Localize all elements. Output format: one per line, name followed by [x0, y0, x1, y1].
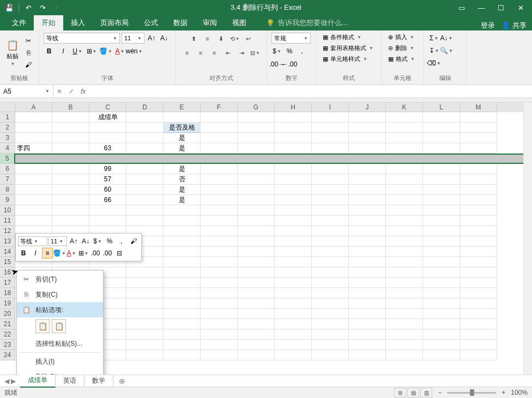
cell-I13[interactable] — [312, 236, 349, 247]
fill-color-icon[interactable]: 🪣▼ — [100, 46, 111, 57]
row-header-15[interactable]: 15 — [0, 257, 15, 267]
cell-L20[interactable] — [423, 309, 460, 319]
cell-J11[interactable] — [349, 216, 386, 226]
cell-L18[interactable] — [423, 288, 460, 298]
cell-A6[interactable] — [15, 164, 52, 174]
cell-K10[interactable] — [386, 205, 423, 216]
cell-E9[interactable]: 是 — [164, 195, 201, 205]
cell-A9[interactable] — [15, 195, 52, 205]
cell-M17[interactable] — [460, 278, 497, 288]
mini-merge-icon[interactable]: ⊟ — [114, 248, 125, 259]
orientation-icon[interactable]: ⟲▼ — [229, 33, 241, 45]
cell-I17[interactable] — [312, 278, 349, 288]
cell-C11[interactable] — [89, 216, 126, 226]
select-all-button[interactable] — [0, 102, 15, 112]
cell-B10[interactable] — [52, 205, 89, 216]
cell-I19[interactable] — [312, 298, 349, 309]
view-layout-icon[interactable]: ▤ — [407, 388, 419, 397]
cell-H24[interactable] — [275, 350, 312, 360]
cell-H20[interactable] — [275, 309, 312, 319]
cell-G9[interactable] — [238, 195, 275, 205]
cell-I24[interactable] — [312, 350, 349, 360]
cell-J6[interactable] — [349, 164, 386, 174]
font-size-select[interactable]: 11▼ — [122, 33, 144, 44]
cell-L15[interactable] — [423, 257, 460, 267]
paste-button[interactable]: 📋 粘贴 ▼ — [4, 38, 21, 68]
cell-G11[interactable] — [238, 216, 275, 226]
mini-font-select[interactable]: 等线▼ — [18, 236, 47, 246]
cell-C8[interactable]: 60 — [89, 185, 126, 195]
ribbon-options-icon[interactable]: ▭ — [454, 1, 470, 14]
cell-F14[interactable] — [201, 247, 238, 257]
format-cells-button[interactable]: ▦ 格式▼ — [386, 54, 419, 64]
cell-C3[interactable] — [89, 133, 126, 143]
align-left-icon[interactable]: ≡ — [181, 47, 193, 59]
cell-K23[interactable] — [386, 340, 423, 350]
cell-J9[interactable] — [349, 195, 386, 205]
cell-H14[interactable] — [275, 247, 312, 257]
cell-G16[interactable] — [238, 267, 275, 278]
tab-view[interactable]: 视图 — [225, 15, 254, 30]
row-header-17[interactable]: 17 — [0, 278, 15, 288]
cell-J24[interactable] — [349, 350, 386, 360]
currency-icon[interactable]: $▼ — [271, 46, 282, 57]
cell-K8[interactable] — [386, 185, 423, 195]
cell-L12[interactable] — [423, 226, 460, 236]
tab-file[interactable]: 文件 — [4, 15, 34, 30]
cell-F8[interactable] — [201, 185, 238, 195]
mini-align-center-icon[interactable]: ≡ — [42, 248, 53, 259]
cell-F15[interactable] — [201, 257, 238, 267]
cell-D11[interactable] — [126, 216, 164, 226]
cell-L21[interactable] — [423, 319, 460, 329]
cell-G14[interactable] — [238, 247, 275, 257]
cell-L7[interactable] — [423, 174, 460, 185]
add-sheet-icon[interactable]: ⊕ — [113, 377, 131, 385]
cell-F9[interactable] — [201, 195, 238, 205]
cell-F18[interactable] — [201, 288, 238, 298]
row-header-7[interactable]: 7 — [0, 174, 15, 185]
cell-E19[interactable] — [164, 298, 201, 309]
cell-C9[interactable]: 66 — [89, 195, 126, 205]
cm-copy[interactable]: ⎘复制(C) — [17, 287, 103, 302]
indent-decrease-icon[interactable]: ⇤ — [222, 47, 234, 59]
fill-icon[interactable]: ↧▼ — [428, 45, 439, 56]
row-header-11[interactable]: 11 — [0, 216, 15, 226]
cell-F20[interactable] — [201, 309, 238, 319]
cell-J8[interactable] — [349, 185, 386, 195]
find-icon[interactable]: 🔍▼ — [441, 45, 452, 56]
cell-M16[interactable] — [460, 267, 497, 278]
cell-G6[interactable] — [238, 164, 275, 174]
row-header-6[interactable]: 6 — [0, 164, 15, 174]
cell-I16[interactable] — [312, 267, 349, 278]
wrap-text-icon[interactable]: ↩ — [243, 33, 255, 45]
cell-D6[interactable] — [126, 164, 164, 174]
cell-E14[interactable] — [164, 247, 201, 257]
cell-K4[interactable] — [386, 143, 423, 154]
cell-H2[interactable] — [275, 123, 312, 133]
cell-E16[interactable] — [164, 267, 201, 278]
cell-D17[interactable] — [126, 278, 164, 288]
cell-G20[interactable] — [238, 309, 275, 319]
cell-J12[interactable] — [349, 226, 386, 236]
tab-insert[interactable]: 插入 — [63, 15, 93, 30]
col-header-F[interactable]: F — [201, 102, 238, 112]
cell-E18[interactable] — [164, 288, 201, 298]
cell-K2[interactable] — [386, 123, 423, 133]
cell-K11[interactable] — [386, 216, 423, 226]
cell-B3[interactable] — [52, 133, 89, 143]
cell-D2[interactable] — [126, 123, 164, 133]
cell-H7[interactable] — [275, 174, 312, 185]
table-format-button[interactable]: ▦ 套用表格格式▼ — [321, 44, 377, 53]
cell-M21[interactable] — [460, 319, 497, 329]
mini-size-select[interactable]: 11▼ — [49, 236, 67, 246]
cell-I7[interactable] — [312, 174, 349, 185]
cell-D18[interactable] — [126, 288, 164, 298]
col-header-H[interactable]: H — [275, 102, 312, 112]
cell-H11[interactable] — [275, 216, 312, 226]
cell-H19[interactable] — [275, 298, 312, 309]
cell-L14[interactable] — [423, 247, 460, 257]
mini-decrease-font-icon[interactable]: A↓ — [80, 236, 91, 247]
increase-decimal-icon[interactable]: .00→ — [271, 59, 282, 70]
cell-H10[interactable] — [275, 205, 312, 216]
cell-K21[interactable] — [386, 319, 423, 329]
